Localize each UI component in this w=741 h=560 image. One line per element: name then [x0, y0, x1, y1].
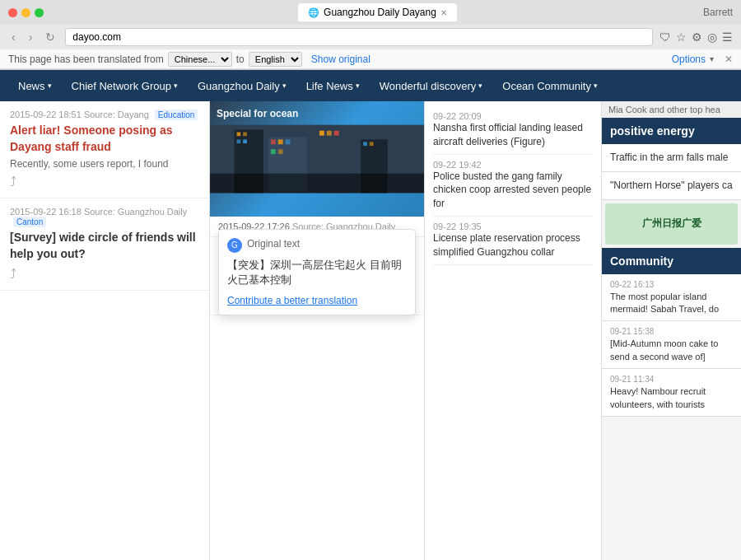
news-time-2: 09-22 19:42 — [433, 160, 593, 170]
news-title-3[interactable]: License plate reservation process simpli… — [433, 231, 593, 259]
close-light[interactable] — [8, 8, 17, 17]
shield-icon: 🛡 — [659, 30, 671, 44]
svg-rect-13 — [319, 131, 324, 136]
community-item-3[interactable]: 09-21 11:34 Heavy! Nambour recruit volun… — [602, 369, 741, 417]
translate-close-button[interactable]: ✕ — [725, 54, 733, 65]
svg-rect-5 — [243, 139, 247, 143]
back-button[interactable]: ‹ — [8, 29, 19, 45]
news-title-2[interactable]: Police busted the gang family chicken co… — [433, 170, 593, 211]
community-header: Community — [602, 248, 741, 274]
show-original-link[interactable]: Show original — [311, 54, 370, 65]
svg-rect-19 — [210, 174, 424, 194]
svg-rect-18 — [370, 142, 374, 146]
article-1: 2015-09-22 18:51 Source: Dayang Educatio… — [0, 101, 209, 198]
nav-wonderful-arrow: ▾ — [478, 82, 482, 90]
nav-life-label: Life News — [306, 80, 353, 92]
tab-close-button[interactable]: ✕ — [440, 8, 447, 17]
nav-item-life-news[interactable]: Life News ▾ — [296, 70, 370, 101]
news-item-1: 09-22 20:09 Nansha first official landin… — [433, 106, 593, 155]
browser-tab[interactable]: 🌐 Guangzhou Daily Dayang ✕ — [298, 3, 457, 21]
translate-tooltip: G Original text 【突发】深圳一高层住宅起火 目前明火已基本控制 … — [218, 229, 416, 315]
maximize-light[interactable] — [35, 8, 44, 17]
tooltip-original-text: 【突发】深圳一高层住宅起火 目前明火已基本控制 — [227, 258, 407, 287]
news-item-3: 09-22 19:35 License plate reservation pr… — [433, 217, 593, 265]
address-bar: ‹ › ↻ 🛡 ☆ ⚙ ◎ ☰ — [0, 25, 741, 49]
reload-button[interactable]: ↻ — [42, 29, 58, 45]
forward-button[interactable]: › — [26, 29, 36, 45]
article-1-snippet: Recently, some users report, I found — [10, 158, 199, 170]
nav-wonderful-label: Wonderful discovery — [380, 80, 477, 92]
google-translate-icon: G — [227, 238, 242, 253]
news-time-1: 09-22 20:09 — [433, 111, 593, 121]
nav-item-wonderful[interactable]: Wonderful discovery ▾ — [370, 70, 493, 101]
translate-from-select[interactable]: Chinese... — [168, 52, 232, 67]
pe-item-1[interactable]: Traffic in the arm falls male — [602, 144, 741, 172]
ad-banner: 广州日报广爱 — [605, 203, 738, 245]
content-area: 2015-09-22 18:51 Source: Dayang Educatio… — [0, 101, 741, 560]
nav-gz-arrow: ▾ — [282, 82, 287, 90]
minimize-light[interactable] — [21, 8, 30, 17]
svg-rect-17 — [363, 142, 367, 146]
positive-energy-header: positive energy — [602, 118, 741, 144]
article-1-title[interactable]: Alert liar! Someone posing as Dayang sta… — [10, 123, 199, 155]
right-news-column: 09-22 20:09 Nansha first official landin… — [424, 101, 601, 560]
center-column: Special for ocean — [210, 101, 424, 560]
nav-item-ocean[interactable]: Ocean Community ▾ — [492, 70, 608, 101]
svg-rect-11 — [278, 149, 283, 154]
share-icon-2[interactable]: ⤴ — [10, 267, 199, 282]
pe-item-2[interactable]: "Northern Horse" players ca — [602, 172, 741, 200]
browser-toolbar: 🛡 ☆ ⚙ ◎ ☰ — [659, 30, 733, 44]
nav-item-gz-daily[interactable]: Guangzhou Daily ▾ — [188, 70, 296, 101]
title-bar: 🌐 Guangzhou Daily Dayang ✕ Barrett — [0, 0, 741, 25]
svg-rect-3 — [243, 133, 247, 137]
svg-rect-9 — [286, 139, 291, 144]
translate-label: This page has been translated from — [8, 54, 164, 65]
menu-icon[interactable]: ☰ — [722, 30, 733, 44]
feature-image: Special for ocean — [210, 101, 424, 217]
translate-bar: This page has been translated from Chine… — [0, 49, 741, 69]
comm-text-1: The most popular island mermaid! Sabah T… — [610, 291, 733, 316]
community-item-1[interactable]: 09-22 16:13 The most popular island merm… — [602, 274, 741, 322]
comm-time-3: 09-21 11:34 — [610, 374, 733, 385]
news-title-1[interactable]: Nansha first official landing leased air… — [433, 121, 593, 149]
tab-favicon: 🌐 — [308, 7, 319, 18]
nav-item-news[interactable]: News ▾ — [8, 70, 62, 101]
svg-rect-8 — [278, 139, 283, 144]
nav-item-chief-network[interactable]: Chief Network Group ▾ — [62, 70, 188, 101]
url-input[interactable] — [65, 28, 653, 46]
nav-news-label: News — [18, 80, 45, 92]
comm-text-2: [Mid-Autumn moon cake to send a second w… — [610, 338, 733, 363]
left-column: 2015-09-22 18:51 Source: Dayang Educatio… — [0, 101, 210, 560]
user-name: Barrett — [703, 7, 733, 18]
extensions-icon[interactable]: ◎ — [707, 30, 717, 44]
translate-to-label: to — [236, 54, 245, 65]
settings-icon[interactable]: ⚙ — [692, 30, 702, 44]
nav-ocean-label: Ocean Community — [502, 80, 591, 92]
nav-ocean-arrow: ▾ — [594, 82, 598, 90]
article-2-title[interactable]: [Survey] wide circle of friends will hel… — [10, 230, 199, 262]
feature-image-svg — [210, 101, 424, 217]
sidebar-right: Mia Cook and other top hea positive ener… — [601, 101, 741, 560]
nav-chief-arrow: ▾ — [174, 82, 178, 90]
svg-rect-15 — [334, 131, 339, 136]
share-icon-1[interactable]: ⤴ — [10, 175, 199, 189]
traffic-lights — [8, 8, 44, 17]
tooltip-contribute-link[interactable]: Contribute a better translation — [227, 295, 357, 306]
news-time-3: 09-22 19:35 — [433, 222, 593, 231]
options-link[interactable]: Options — [672, 54, 706, 65]
svg-rect-2 — [237, 133, 241, 137]
article-2-meta: 2015-09-22 16:18 Source: Guangzhou Daily… — [10, 207, 199, 226]
svg-rect-7 — [271, 139, 276, 144]
ad-text: 广州日报广爱 — [642, 217, 701, 231]
star-icon[interactable]: ☆ — [676, 30, 687, 44]
article-2-tag: Canton — [13, 217, 46, 227]
article-1-tag: Education — [155, 110, 198, 120]
top-ticker: Mia Cook and other top hea — [602, 101, 741, 118]
news-list: 09-22 20:09 Nansha first official landin… — [425, 101, 601, 270]
community-item-2[interactable]: 09-21 15:38 [Mid-Autumn moon cake to sen… — [602, 321, 741, 369]
tooltip-original-label: Original text — [247, 238, 300, 250]
article-2-date: 2015-09-22 16:18 Source: Guangzhou Daily — [10, 207, 187, 217]
nav-news-arrow: ▾ — [48, 82, 52, 90]
svg-rect-14 — [327, 131, 332, 136]
translate-to-select[interactable]: English — [249, 52, 302, 67]
